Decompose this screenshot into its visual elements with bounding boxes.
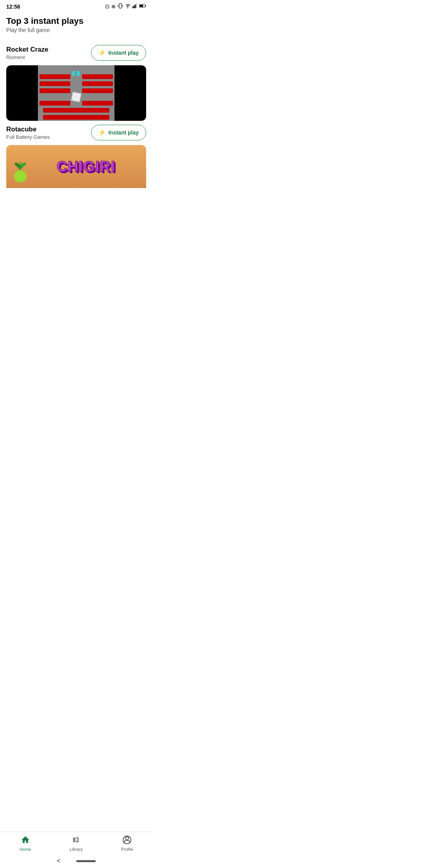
page-subtitle: Play the full game [6, 27, 146, 33]
game-thumbnail-chigiri[interactable]: CHIGIRI [6, 145, 146, 188]
game-card-rotacube: 80 [6, 65, 146, 140]
status-time: 12:56 [6, 4, 20, 10]
notification-icon: ⊡ [105, 4, 109, 9]
dnd-icon: ⊗ [111, 4, 116, 9]
game-info-row: Rotacube Full Battery Games ⚡ Instant pl… [6, 125, 146, 140]
instant-play-button-rotacube[interactable]: ⚡ Instant play [91, 125, 146, 140]
obstacle-row [38, 81, 115, 86]
status-bar: 12:56 ⊡ ⊗ [0, 0, 152, 11]
obstacle-block [43, 108, 109, 113]
svg-point-23 [14, 171, 27, 182]
bolt-icon: ⚡ [98, 49, 106, 56]
obstacle-block [82, 81, 113, 86]
obstacle-row [38, 108, 115, 113]
signal-icon [132, 4, 137, 9]
svg-rect-4 [132, 6, 133, 8]
obstacle-block [39, 81, 70, 86]
chigiri-game-title: CHIGIRI [57, 158, 116, 175]
chigiri-fruit [12, 160, 31, 185]
game-meta: Rocket Craze Rixment [6, 46, 91, 60]
svg-rect-0 [119, 4, 122, 8]
game-card-rocket-craze: ⊙ ⊙ ⊙ Rocket Craze Rixment ⚡ Instant pla… [6, 41, 146, 61]
game-developer: Full Battery Games [6, 134, 91, 140]
obstacle-block [82, 88, 113, 93]
game-meta: Rotacube Full Battery Games [6, 126, 91, 140]
obstacle-row [38, 101, 115, 106]
instant-play-label: Instant play [108, 129, 139, 136]
obstacle-block [82, 74, 113, 79]
game-name: Rocket Craze [6, 46, 91, 54]
game-card-chigiri: CHIGIRI [6, 145, 146, 188]
bolt-icon: ⚡ [98, 129, 106, 136]
svg-rect-7 [136, 4, 137, 8]
page-title: Top 3 instant plays [6, 16, 146, 26]
game-thumbnail-rotacube[interactable]: 80 [6, 65, 146, 121]
obstacle-block [39, 74, 70, 79]
obstacle-row [38, 115, 115, 120]
obstacle-block [39, 88, 70, 93]
status-icons: ⊡ ⊗ [105, 3, 146, 10]
header: Top 3 instant plays Play the full game [0, 11, 152, 36]
instant-play-label: Instant play [108, 50, 139, 56]
svg-rect-6 [135, 4, 136, 8]
battery-icon [139, 4, 146, 9]
svg-rect-9 [139, 5, 143, 7]
rotacube-game-area: 80 [38, 65, 115, 121]
rotacube-score: 80 [72, 70, 80, 77]
instant-play-button-rocket[interactable]: ⚡ Instant play [91, 45, 146, 61]
wifi-icon [125, 4, 131, 9]
game-name: Rotacube [6, 126, 91, 133]
svg-rect-10 [145, 5, 146, 7]
obstacle-block [82, 101, 113, 106]
svg-rect-5 [134, 5, 134, 8]
game-info-row: Rocket Craze Rixment ⚡ Instant play [6, 45, 146, 61]
svg-point-3 [127, 7, 128, 8]
obstacle-block [39, 101, 70, 106]
obstacle-block [43, 115, 109, 120]
main-content: Top 3 instant plays Play the full game [0, 11, 152, 239]
vibrate-icon [118, 3, 123, 10]
game-developer: Rixment [6, 54, 91, 60]
